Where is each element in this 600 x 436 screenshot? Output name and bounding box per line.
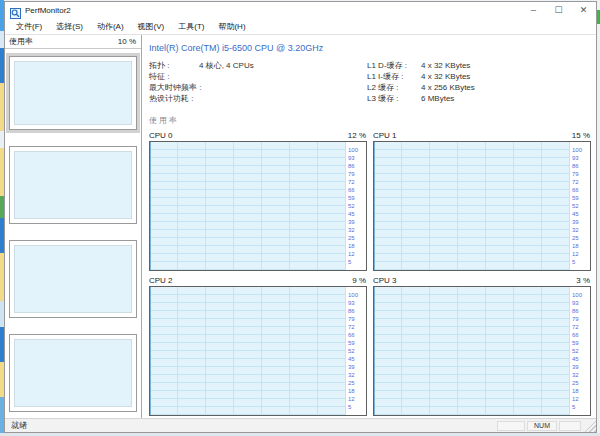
cpu0-name: CPU 0 <box>149 131 173 140</box>
status-pane-empty-2 <box>559 421 581 431</box>
cpu-info-left-column: 拓扑 :4 核心, 4 CPUs 特征 : 最大时钟频率 : 热设计功耗 : <box>149 60 367 104</box>
cpu2-chart-box: 100938679726659524539322518125 <box>149 286 367 416</box>
maximize-button-icon[interactable]: ☐ <box>546 2 571 19</box>
cpu1-name: CPU 1 <box>373 131 397 140</box>
cpu3-chart-box: 100938679726659524539322518125 <box>373 286 591 416</box>
y-axis-tick: 72 <box>348 178 366 186</box>
cpu3-name: CPU 3 <box>373 276 397 285</box>
y-axis-tick: 12 <box>572 395 590 403</box>
thumbnail-plot <box>14 61 132 125</box>
y-axis-tick: 59 <box>572 194 590 202</box>
window-title: PerfMonitor2 <box>25 6 71 15</box>
menu-action[interactable]: 动作(A) <box>90 21 131 32</box>
tdp-label: 热设计功耗 : <box>149 93 199 104</box>
y-axis-tick: 100 <box>348 146 366 154</box>
y-axis-tick: 86 <box>572 162 590 170</box>
usage-thumbnail-selected[interactable] <box>6 53 140 133</box>
y-axis-tick: 86 <box>348 307 366 315</box>
thumbnail-plot <box>14 151 132 219</box>
y-axis-tick: 39 <box>348 218 366 226</box>
y-axis-tick: 18 <box>572 387 590 395</box>
usage-thumbnail[interactable] <box>6 143 140 227</box>
cpu2-y-axis: 100938679726659524539322518125 <box>346 287 366 415</box>
cpu0-y-axis: 100938679726659524539322518125 <box>346 142 366 270</box>
y-axis-tick: 32 <box>572 371 590 379</box>
cpu-title: Intel(R) Core(TM) i5-6500 CPU @ 3.20GHz <box>149 43 591 53</box>
thumbnail-frame <box>9 146 137 224</box>
y-axis-tick: 66 <box>572 186 590 194</box>
thumbnail-list <box>5 49 141 418</box>
status-pane-num: NUM <box>527 421 557 431</box>
cpu1-plot-area <box>374 142 570 270</box>
minimize-button-icon[interactable]: – <box>521 2 546 19</box>
cpu0-usage: 12 % <box>348 131 366 140</box>
y-axis-tick: 79 <box>348 315 366 323</box>
cpu3-y-axis: 100938679726659524539322518125 <box>570 287 590 415</box>
usage-thumbnail[interactable] <box>6 237 140 321</box>
y-axis-tick: 79 <box>572 170 590 178</box>
features-label: 特征 : <box>149 71 199 82</box>
y-axis-tick: 45 <box>348 355 366 363</box>
y-axis-tick: 39 <box>572 363 590 371</box>
y-axis-tick: 45 <box>348 210 366 218</box>
menu-view[interactable]: 视图(V) <box>131 21 172 32</box>
y-axis-tick: 72 <box>572 323 590 331</box>
resize-grip[interactable] <box>584 420 596 432</box>
thumbnail-plot <box>14 339 132 407</box>
y-axis-tick: 32 <box>572 226 590 234</box>
cpu3-plot-area <box>374 287 570 415</box>
y-axis-tick: 66 <box>572 331 590 339</box>
y-axis-tick: 59 <box>348 339 366 347</box>
y-axis-tick: 100 <box>572 291 590 299</box>
cpu-info-right-column: L1 D-缓存 :4 x 32 KBytes L1 I-缓存 :4 x 32 K… <box>367 60 591 104</box>
y-axis-tick: 93 <box>348 299 366 307</box>
l1i-cache-label: L1 I-缓存 : <box>367 71 421 82</box>
sidebar: 使用率 10 % <box>5 35 142 418</box>
y-axis-tick: 25 <box>348 379 366 387</box>
y-axis-tick: 12 <box>348 395 366 403</box>
app-window: PerfMonitor2 – ☐ ✕ 文件(F) 选择(S) 动作(A) 视图(… <box>4 1 597 433</box>
status-panes: NUM <box>497 419 596 432</box>
y-axis-tick: 18 <box>348 387 366 395</box>
topology-label: 拓扑 : <box>149 60 199 71</box>
thumbnail-frame <box>9 334 137 412</box>
menu-select[interactable]: 选择(S) <box>49 21 90 32</box>
menu-file[interactable]: 文件(F) <box>9 21 49 32</box>
sidebar-header: 使用率 10 % <box>5 35 141 49</box>
y-axis-tick: 72 <box>572 178 590 186</box>
title-bar[interactable]: PerfMonitor2 – ☐ ✕ <box>5 2 596 19</box>
status-ready-text: 就绪 <box>11 420 27 431</box>
y-axis-tick: 52 <box>572 347 590 355</box>
y-axis-tick: 32 <box>348 371 366 379</box>
y-axis-tick: 12 <box>572 250 590 258</box>
main-panel: Intel(R) Core(TM) i5-6500 CPU @ 3.20GHz … <box>142 35 596 418</box>
y-axis-tick: 86 <box>348 162 366 170</box>
y-axis-tick: 59 <box>348 194 366 202</box>
cpu-charts-grid: CPU 0 12 % 10093867972665952453932251812… <box>149 130 591 416</box>
cpu3-chart-header: CPU 3 3 % <box>373 275 591 286</box>
app-icon <box>10 5 21 16</box>
y-axis-tick: 5 <box>572 403 590 411</box>
close-button-icon[interactable]: ✕ <box>571 2 596 19</box>
y-axis-tick: 5 <box>572 258 590 266</box>
sidebar-usage-value: 10 % <box>118 37 136 46</box>
max-clock-label: 最大时钟频率 : <box>149 82 199 93</box>
l1i-cache-value: 4 x 32 KBytes <box>421 72 470 81</box>
y-axis-tick: 79 <box>572 315 590 323</box>
cpu-info-grid: 拓扑 :4 核心, 4 CPUs 特征 : 最大时钟频率 : 热设计功耗 : L… <box>149 60 591 104</box>
y-axis-tick: 66 <box>348 331 366 339</box>
y-axis-tick: 66 <box>348 186 366 194</box>
topology-value: 4 核心, 4 CPUs <box>199 60 254 71</box>
menu-help[interactable]: 帮助(H) <box>211 21 252 32</box>
y-axis-tick: 93 <box>572 154 590 162</box>
cpu1-chart: CPU 1 15 % 10093867972665952453932251812… <box>373 130 591 271</box>
y-axis-tick: 25 <box>572 234 590 242</box>
y-axis-tick: 32 <box>348 226 366 234</box>
usage-thumbnail[interactable] <box>6 331 140 415</box>
cpu0-plot-area <box>150 142 346 270</box>
l2-cache-value: 4 x 256 KBytes <box>421 83 475 92</box>
y-axis-tick: 45 <box>572 210 590 218</box>
menu-tools[interactable]: 工具(T) <box>171 21 211 32</box>
y-axis-tick: 79 <box>348 170 366 178</box>
y-axis-tick: 45 <box>572 355 590 363</box>
